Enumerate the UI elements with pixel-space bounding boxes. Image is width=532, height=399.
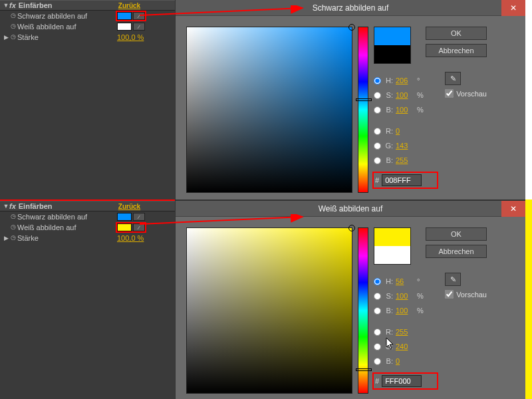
- stopwatch-icon[interactable]: ◷: [9, 33, 17, 41]
- dialog-titlebar[interactable]: Weiß abbilden auf ✕: [176, 201, 525, 217]
- dialog-title: Schwarz abbilden auf: [313, 3, 389, 13]
- hex-label: #: [375, 377, 379, 385]
- b-radio[interactable]: [374, 358, 381, 365]
- close-button[interactable]: ✕: [501, 0, 525, 16]
- stopwatch-icon[interactable]: ◷: [9, 213, 17, 221]
- reset-link[interactable]: Zurück: [118, 203, 140, 210]
- color-picker-dialog: Weiß abbilden auf ✕ OK Abbrechen: [176, 201, 525, 399]
- collapse-toggle[interactable]: ▼: [3, 203, 9, 209]
- hex-group: #: [374, 173, 437, 188]
- param-schwarz-label: Schwarz abbilden auf: [17, 213, 117, 221]
- swatch-schwarz-group: ⁄: [117, 12, 145, 20]
- b-radio[interactable]: [374, 157, 381, 164]
- s-value[interactable]: 100: [396, 292, 414, 300]
- stopwatch-icon[interactable]: ◷: [9, 23, 17, 31]
- preview-checkbox[interactable]: [445, 89, 454, 98]
- bv-radio[interactable]: [374, 106, 381, 114]
- param-staerke-label: Stärke: [17, 234, 117, 242]
- swatch-schwarz[interactable]: [117, 213, 132, 221]
- param-weiss-label: Weiß abbilden auf: [17, 223, 117, 231]
- dialog-titlebar[interactable]: Schwarz abbilden auf ✕: [176, 0, 525, 16]
- color-picker-dialog: Schwarz abbilden auf ✕ OK Abbrechen: [176, 0, 525, 200]
- h-radio[interactable]: [374, 278, 381, 285]
- cancel-button[interactable]: Abbrechen: [426, 245, 487, 258]
- collapse-toggle[interactable]: ▼: [3, 2, 9, 9]
- color-selector[interactable]: [348, 225, 355, 231]
- effect-panel: ▼ fx Einfärben Zurück ◷ Schwarz abbilden…: [0, 201, 176, 399]
- hex-group: #: [374, 374, 437, 388]
- cancel-button[interactable]: Abbrechen: [426, 44, 487, 57]
- b-value[interactable]: 0: [396, 357, 414, 365]
- hex-input[interactable]: [382, 174, 422, 186]
- preview-strip: [525, 200, 532, 399]
- r-radio[interactable]: [374, 329, 381, 336]
- swatch-weiss[interactable]: [117, 223, 132, 231]
- param-staerke-label: Stärke: [17, 33, 117, 41]
- swatch-weiss-group: ⁄: [117, 223, 145, 231]
- new-old-swatch: [374, 227, 411, 265]
- hue-slider[interactable]: [358, 27, 368, 193]
- stopwatch-icon[interactable]: ◷: [9, 234, 17, 242]
- pipette-icon[interactable]: ⁄: [133, 12, 145, 20]
- param-weiss-label: Weiß abbilden auf: [17, 23, 117, 31]
- hue-marker[interactable]: [356, 98, 372, 101]
- g-radio[interactable]: [374, 343, 381, 350]
- stopwatch-icon[interactable]: ◷: [9, 12, 17, 20]
- s-radio[interactable]: [374, 293, 381, 300]
- hue-marker[interactable]: [356, 368, 372, 371]
- stopwatch-icon[interactable]: ◷: [9, 223, 17, 231]
- pipette-icon[interactable]: ⁄: [133, 23, 145, 31]
- staerke-value[interactable]: 100,0 %: [117, 234, 144, 242]
- staerke-value[interactable]: 100,0 %: [117, 33, 144, 41]
- expand-toggle[interactable]: ▶: [3, 34, 9, 41]
- color-canvas[interactable]: [186, 27, 352, 193]
- eyedropper-button[interactable]: ✎: [445, 72, 461, 85]
- mouse-cursor: [386, 338, 395, 350]
- close-button[interactable]: ✕: [501, 201, 525, 217]
- effect-panel: ▼ fx Einfärben Zurück ◷ Schwarz abbilden…: [0, 0, 176, 200]
- swatch-weiss[interactable]: [117, 23, 132, 31]
- dialog-title: Weiß abbilden auf: [319, 204, 383, 213]
- h-radio[interactable]: [374, 77, 381, 84]
- eyedropper-button[interactable]: ✎: [445, 273, 461, 286]
- preview-checkbox[interactable]: [445, 290, 454, 299]
- ok-button[interactable]: OK: [426, 27, 487, 40]
- swatch-schwarz[interactable]: [117, 12, 132, 20]
- hue-slider[interactable]: [358, 227, 368, 394]
- pipette-icon[interactable]: ⁄: [133, 213, 145, 221]
- color-canvas[interactable]: [186, 227, 352, 394]
- reset-link[interactable]: Zurück: [118, 2, 140, 9]
- fx-icon: fx: [9, 1, 16, 9]
- ok-button[interactable]: OK: [426, 227, 487, 241]
- h-value[interactable]: 56: [396, 277, 414, 285]
- expand-toggle[interactable]: ▶: [3, 235, 9, 241]
- preview-checkbox-row[interactable]: Vorschau: [445, 290, 487, 299]
- b-value[interactable]: 255: [396, 156, 414, 164]
- r-value[interactable]: 255: [396, 328, 414, 336]
- g-radio[interactable]: [374, 142, 381, 150]
- effect-name: Einfärben: [19, 202, 118, 210]
- bv-radio[interactable]: [374, 307, 381, 315]
- s-value[interactable]: 100: [396, 91, 414, 99]
- g-value[interactable]: 143: [396, 142, 414, 150]
- g-value[interactable]: 240: [396, 342, 414, 350]
- r-value[interactable]: 0: [396, 127, 414, 135]
- color-selector[interactable]: [348, 24, 355, 31]
- fx-icon: fx: [9, 202, 16, 210]
- pipette-icon[interactable]: ⁄: [133, 223, 145, 231]
- h-value[interactable]: 206: [396, 76, 414, 84]
- effect-name: Einfärben: [19, 1, 118, 9]
- preview-checkbox-row[interactable]: Vorschau: [445, 89, 487, 98]
- param-schwarz-label: Schwarz abbilden auf: [17, 12, 117, 20]
- bv-value[interactable]: 100: [396, 307, 414, 315]
- preview-strip: [525, 0, 532, 200]
- hex-label: #: [375, 176, 379, 184]
- bv-value[interactable]: 100: [396, 106, 414, 114]
- r-radio[interactable]: [374, 128, 381, 135]
- s-radio[interactable]: [374, 92, 381, 99]
- new-old-swatch: [374, 27, 411, 64]
- hex-input[interactable]: [382, 375, 422, 387]
